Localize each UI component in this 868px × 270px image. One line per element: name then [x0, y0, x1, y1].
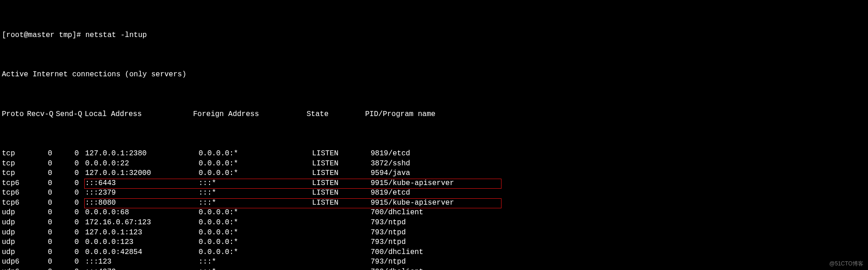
- cell-local: :::4973: [85, 267, 199, 270]
- cell-state: [312, 208, 371, 218]
- cell-state: [312, 257, 371, 267]
- cell-recvq: 0: [27, 179, 56, 189]
- table-row: udp00 172.16.0.67:1230.0.0.0:*793/ntpd: [2, 218, 866, 228]
- cell-local: :::6443: [85, 179, 199, 189]
- table-row: udp00 0.0.0.0:680.0.0.0:*700/dhclient: [2, 208, 866, 218]
- cell-local: :::8080: [85, 198, 199, 208]
- cell-local: :::2379: [85, 188, 199, 198]
- cell-sendq: 0: [56, 188, 85, 198]
- cell-recvq: 0: [27, 208, 56, 218]
- cell-local: 127.0.0.1:2380: [85, 149, 199, 159]
- cell-foreign: :::*: [199, 179, 312, 189]
- cell-state: LISTEN: [312, 179, 371, 189]
- cell-local: 0.0.0.0:22: [85, 159, 199, 169]
- table-header: Proto Recv-Q Send-Q Local Address Foreig…: [2, 110, 866, 120]
- cell-local: 172.16.0.67:123: [85, 218, 199, 228]
- cell-state: [312, 238, 371, 248]
- cell-sendq: 0: [56, 228, 85, 238]
- cell-sendq: 0: [56, 257, 85, 267]
- cell-local: 0.0.0.0:68: [85, 208, 199, 218]
- table-row: tcp600 :::8080:::*LISTEN9915/kube-apiser…: [2, 198, 866, 208]
- cell-prog: 9594/java: [371, 169, 866, 179]
- cell-local: :::123: [85, 257, 199, 267]
- cell-recvq: 0: [27, 248, 56, 258]
- hdr-recvq: Recv-Q: [27, 110, 56, 120]
- hdr-prog: PID/Program name: [365, 110, 866, 120]
- hdr-proto: Proto: [2, 110, 27, 120]
- cell-sendq: 0: [56, 218, 85, 228]
- cell-state: [312, 228, 371, 238]
- cell-local: 127.0.0.1:123: [85, 228, 199, 238]
- cell-sendq: 0: [56, 159, 85, 169]
- cell-prog: 700/dhclient: [371, 248, 866, 258]
- cell-proto: udp: [2, 228, 27, 238]
- table-row: tcp600 :::2379:::*LISTEN9819/etcd: [2, 188, 866, 198]
- cell-state: [312, 248, 371, 258]
- hdr-foreign: Foreign Address: [193, 110, 307, 120]
- cell-sendq: 0: [56, 149, 85, 159]
- connections-title: Active Internet connections (only server…: [2, 70, 866, 80]
- cell-recvq: 0: [27, 169, 56, 179]
- cell-recvq: 0: [27, 257, 56, 267]
- cell-prog: 793/ntpd: [371, 228, 866, 238]
- cell-recvq: 0: [27, 238, 56, 248]
- cell-proto: udp: [2, 218, 27, 228]
- cell-local: 127.0.0.1:32000: [85, 169, 199, 179]
- cell-state: LISTEN: [312, 149, 371, 159]
- cell-proto: tcp: [2, 159, 27, 169]
- cell-state: [312, 218, 371, 228]
- cell-proto: tcp: [2, 149, 27, 159]
- cell-foreign: :::*: [199, 188, 312, 198]
- cell-prog: 9819/etcd: [371, 149, 866, 159]
- cell-proto: udp6: [2, 257, 27, 267]
- shell-prompt: [root@master tmp]#: [2, 31, 85, 41]
- cell-prog: 793/ntpd: [371, 257, 866, 267]
- cell-proto: udp: [2, 238, 27, 248]
- cell-foreign: 0.0.0.0:*: [199, 159, 312, 169]
- cell-recvq: 0: [27, 188, 56, 198]
- cell-sendq: 0: [56, 248, 85, 258]
- cell-foreign: 0.0.0.0:*: [199, 208, 312, 218]
- table-row: udp00 0.0.0.0:1230.0.0.0:*793/ntpd: [2, 238, 866, 248]
- cell-local: 0.0.0.0:42854: [85, 248, 199, 258]
- cell-proto: udp: [2, 248, 27, 258]
- table-row: tcp00 0.0.0.0:220.0.0.0:*LISTEN3872/sshd: [2, 159, 866, 169]
- cell-recvq: 0: [27, 149, 56, 159]
- cell-state: LISTEN: [312, 188, 371, 198]
- cell-state: [312, 267, 371, 270]
- cell-sendq: 0: [56, 198, 85, 208]
- cell-prog: 793/ntpd: [371, 218, 866, 228]
- cell-proto: tcp: [2, 169, 27, 179]
- cell-recvq: 0: [27, 198, 56, 208]
- title-text: Active Internet connections (only server…: [2, 70, 186, 80]
- cell-prog: 9915/kube-apiserver: [371, 198, 866, 208]
- cell-recvq: 0: [27, 218, 56, 228]
- table-row: tcp00 127.0.0.1:23800.0.0.0:*LISTEN9819/…: [2, 149, 866, 159]
- command-line-1: [root@master tmp]# netstat -lntup: [2, 31, 866, 41]
- cell-prog: 700/dhclient: [371, 208, 866, 218]
- cell-foreign: 0.0.0.0:*: [199, 169, 312, 179]
- cell-sendq: 0: [56, 169, 85, 179]
- cell-foreign: 0.0.0.0:*: [199, 248, 312, 258]
- cell-recvq: 0: [27, 228, 56, 238]
- cell-prog: 700/dhclient: [371, 267, 866, 270]
- cell-proto: udp6: [2, 267, 27, 270]
- cell-state: LISTEN: [312, 159, 371, 169]
- table-row: tcp00 127.0.0.1:320000.0.0.0:*LISTEN9594…: [2, 169, 866, 179]
- cell-prog: 3872/sshd: [371, 159, 866, 169]
- hdr-state: State: [307, 110, 365, 120]
- cell-prog: 9819/etcd: [371, 188, 866, 198]
- watermark: @51CTO博客: [829, 260, 863, 267]
- cell-sendq: 0: [56, 267, 85, 270]
- table-row: udp00 0.0.0.0:428540.0.0.0:*700/dhclient: [2, 248, 866, 258]
- table-row: udp00 127.0.0.1:1230.0.0.0:*793/ntpd: [2, 228, 866, 238]
- cell-prog: 793/ntpd: [371, 238, 866, 248]
- cell-proto: udp: [2, 208, 27, 218]
- cell-sendq: 0: [56, 208, 85, 218]
- cell-state: LISTEN: [312, 198, 371, 208]
- cell-proto: tcp6: [2, 198, 27, 208]
- cell-foreign: 0.0.0.0:*: [199, 228, 312, 238]
- cell-foreign: 0.0.0.0:*: [199, 149, 312, 159]
- terminal-output[interactable]: [root@master tmp]# netstat -lntup Active…: [0, 0, 868, 270]
- cell-proto: tcp6: [2, 179, 27, 189]
